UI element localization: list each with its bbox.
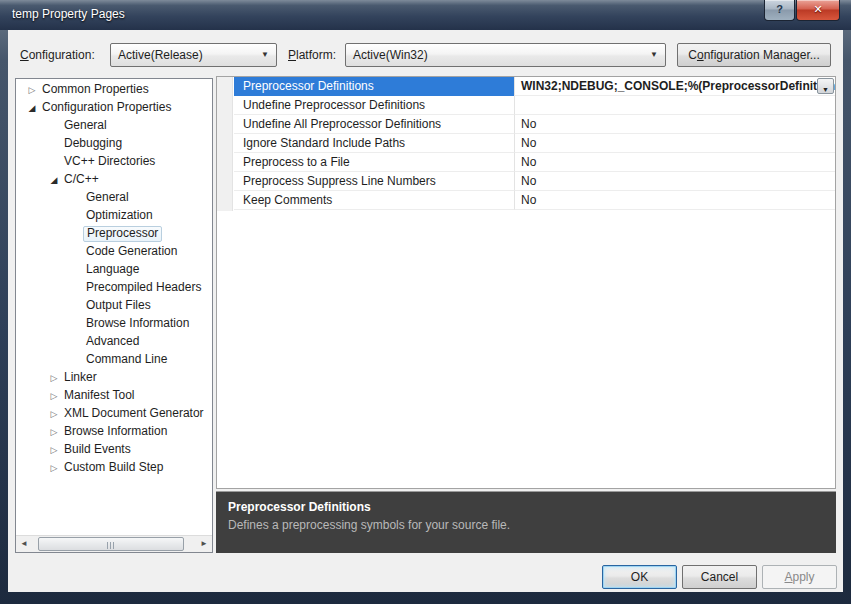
property-value[interactable] [514, 96, 835, 115]
configuration-select[interactable]: Active(Release) ▼ [110, 43, 277, 67]
property-value-text: No [521, 117, 536, 131]
tree-item-label: General [83, 190, 132, 206]
property-row-preprocess-to-a-file[interactable]: Preprocess to a FileNo [234, 153, 835, 172]
dialog-client-area: Configuration: Active(Release) ▼ Platfor… [8, 30, 843, 592]
apply-button[interactable]: Apply [762, 565, 837, 589]
tree-item-label: Code Generation [83, 244, 180, 260]
tree-item-general[interactable]: General [16, 189, 212, 207]
thumb-grip [107, 542, 116, 549]
tree-collapsed-icon[interactable]: ▷ [48, 459, 60, 477]
scroll-left-icon[interactable]: ◄ [16, 536, 32, 553]
property-value[interactable]: No [514, 153, 835, 172]
tree-item-general[interactable]: General [16, 117, 212, 135]
property-row-ignore-standard-include-paths[interactable]: Ignore Standard Include PathsNo [234, 134, 835, 153]
tree-collapsed-icon[interactable]: ▷ [26, 81, 38, 99]
cancel-button[interactable]: Cancel [682, 565, 757, 589]
tree-item-language[interactable]: Language [16, 261, 212, 279]
tree-collapsed-icon[interactable]: ▷ [48, 369, 60, 387]
tree-expanded-icon[interactable]: ◢ [26, 99, 38, 117]
property-value-text: No [521, 174, 536, 188]
description-panel: Preprocessor Definitions Defines a prepr… [216, 491, 836, 553]
title-bar[interactable]: temp Property Pages ? ✕ [0, 0, 851, 30]
tree-item-c-c-[interactable]: ◢C/C++ [16, 171, 212, 189]
tree-item-label: C/C++ [61, 172, 102, 188]
scroll-right-icon[interactable]: ► [196, 536, 212, 553]
ok-button[interactable]: OK [602, 565, 677, 589]
tree-item-browse-information[interactable]: ▷Browse Information [16, 423, 212, 441]
platform-select[interactable]: Active(Win32) ▼ [345, 43, 666, 67]
property-row-undefine-preprocessor-definitions[interactable]: Undefine Preprocessor Definitions [234, 96, 835, 115]
tree-item-label: Configuration Properties [39, 100, 174, 116]
property-row-keep-comments[interactable]: Keep CommentsNo [234, 191, 835, 210]
scrollbar-thumb[interactable] [38, 537, 184, 551]
tree-item-optimization[interactable]: Optimization [16, 207, 212, 225]
tree-item-code-generation[interactable]: Code Generation [16, 243, 212, 261]
property-value[interactable]: No [514, 115, 835, 134]
tree-item-preprocessor[interactable]: Preprocessor [16, 225, 212, 243]
tree-item-configuration-properties[interactable]: ◢Configuration Properties [16, 99, 212, 117]
tree-item-command-line[interactable]: Command Line [16, 351, 212, 369]
property-name[interactable]: Ignore Standard Include Paths [234, 134, 514, 153]
tree-horizontal-scrollbar[interactable]: ◄ ► [16, 535, 212, 552]
property-name[interactable]: Preprocessor Definitions [234, 77, 514, 96]
tree-collapsed-icon[interactable]: ▷ [48, 405, 60, 423]
property-value[interactable]: WIN32;NDEBUG;_CONSOLE;%(PreprocessorDefi… [514, 77, 835, 96]
tree-collapsed-icon[interactable]: ▷ [48, 441, 60, 459]
value-dropdown-button[interactable]: ▼ [817, 78, 834, 94]
tree-item-label: Browse Information [83, 316, 192, 332]
tree-item-output-files[interactable]: Output Files [16, 297, 212, 315]
tree-item-label: General [61, 118, 110, 134]
grid-margin-strip [217, 77, 233, 211]
tree-item-label: Build Events [61, 442, 134, 458]
help-icon: ? [776, 0, 783, 19]
property-name[interactable]: Preprocess to a File [234, 153, 514, 172]
chevron-down-icon: ▼ [261, 44, 269, 66]
property-value[interactable]: No [514, 191, 835, 210]
property-pages-dialog: temp Property Pages ? ✕ Configuration: A… [0, 0, 851, 604]
configuration-label: Configuration: [20, 48, 95, 62]
property-row-preprocessor-definitions[interactable]: Preprocessor DefinitionsWIN32;NDEBUG;_CO… [234, 77, 835, 96]
configuration-manager-button[interactable]: Configuration Manager... [677, 43, 831, 67]
tree-item-custom-build-step[interactable]: ▷Custom Build Step [16, 459, 212, 477]
property-row-preprocess-suppress-line-numbers[interactable]: Preprocess Suppress Line NumbersNo [234, 172, 835, 191]
property-value-text: No [521, 155, 536, 169]
property-name[interactable]: Undefine Preprocessor Definitions [234, 96, 514, 115]
configuration-value: Active(Release) [118, 48, 203, 62]
property-value-text: WIN32;NDEBUG;_CONSOLE;%(PreprocessorDefi… [521, 79, 835, 93]
tree-item-label: Output Files [83, 298, 154, 314]
tree-item-label: Browse Information [61, 424, 170, 440]
tree-item-label: XML Document Generator [61, 406, 207, 422]
tree-item-label: Debugging [61, 136, 125, 152]
tree-item-label: Command Line [83, 352, 170, 368]
tree-item-label: Linker [61, 370, 100, 386]
help-button[interactable]: ? [764, 0, 795, 21]
tree-item-linker[interactable]: ▷Linker [16, 369, 212, 387]
property-name[interactable]: Keep Comments [234, 191, 514, 210]
tree-item-debugging[interactable]: Debugging [16, 135, 212, 153]
property-value[interactable]: No [514, 134, 835, 153]
tree-collapsed-icon[interactable]: ▷ [48, 423, 60, 441]
tree-item-advanced[interactable]: Advanced [16, 333, 212, 351]
property-row-undefine-all-preprocessor-definitions[interactable]: Undefine All Preprocessor DefinitionsNo [234, 115, 835, 134]
property-name[interactable]: Undefine All Preprocessor Definitions [234, 115, 514, 134]
tree-expanded-icon[interactable]: ◢ [48, 171, 60, 189]
tree-collapsed-icon[interactable]: ▷ [48, 387, 60, 405]
chevron-down-icon: ▼ [822, 83, 829, 96]
property-value-text: No [521, 136, 536, 150]
tree-item-precompiled-headers[interactable]: Precompiled Headers [16, 279, 212, 297]
tree-item-label: Preprocessor [83, 226, 162, 242]
platform-value: Active(Win32) [353, 48, 428, 62]
property-value[interactable]: No [514, 172, 835, 191]
tree-item-manifest-tool[interactable]: ▷Manifest Tool [16, 387, 212, 405]
tree-item-label: Optimization [83, 208, 156, 224]
tree-item-build-events[interactable]: ▷Build Events [16, 441, 212, 459]
window-title: temp Property Pages [12, 7, 125, 21]
tree-item-browse-information[interactable]: Browse Information [16, 315, 212, 333]
tree-item-xml-document-generator[interactable]: ▷XML Document Generator [16, 405, 212, 423]
close-button[interactable]: ✕ [796, 0, 840, 21]
tree-item-common-properties[interactable]: ▷Common Properties [16, 81, 212, 99]
property-name[interactable]: Preprocess Suppress Line Numbers [234, 172, 514, 191]
description-title: Preprocessor Definitions [228, 500, 824, 514]
tree-item-label: Common Properties [39, 82, 152, 98]
tree-item-vc-directories[interactable]: VC++ Directories [16, 153, 212, 171]
